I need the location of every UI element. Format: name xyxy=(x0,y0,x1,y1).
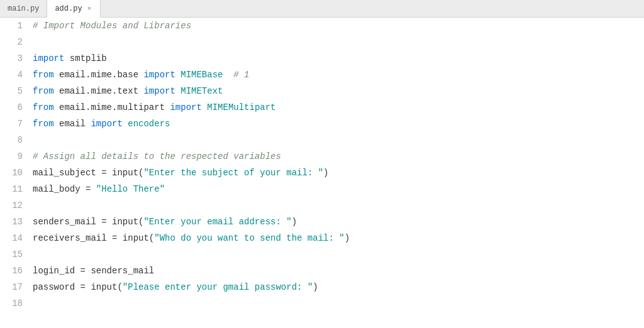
line-number: 15 xyxy=(5,246,23,263)
line-number: 12 xyxy=(5,197,23,214)
code-line: from email import encoders xyxy=(33,116,644,132)
code-line: from email.mime.base import MIMEBase # 1 xyxy=(33,67,644,83)
code-area[interactable]: 123456789101112131415161718 # Import Mod… xyxy=(0,18,644,328)
token-comment: # Assign all details to the respected va… xyxy=(33,151,281,161)
editor-window: main.pyadd.py× 1234567891011121314151617… xyxy=(0,0,644,328)
token-plain: receivers_mail = input( xyxy=(33,233,154,243)
code-line: password = input("Please enter your gmai… xyxy=(33,279,644,295)
token-plain: password = input( xyxy=(33,282,123,292)
token-plain: mail_body = xyxy=(33,184,96,194)
code-line: login_id = senders_mail xyxy=(33,263,644,279)
token-kw-blue: import xyxy=(143,86,175,96)
code-line xyxy=(33,132,644,148)
token-plain: email.mime.text xyxy=(54,86,144,96)
code-line xyxy=(33,246,644,263)
code-line: from email.mime.text import MIMEText xyxy=(33,83,644,99)
token-kw-teal: MIMEMultipart xyxy=(207,102,275,112)
token-plain xyxy=(175,70,180,80)
line-number: 18 xyxy=(5,295,23,312)
token-kw-teal: "Enter your email address: " xyxy=(143,217,291,227)
token-kw-teal: encoders xyxy=(128,119,170,129)
token-kw-blue: import xyxy=(33,53,64,63)
code-content[interactable]: # Import Modules and Libraries import sm… xyxy=(30,18,644,328)
token-kw-teal: "Please enter your gmail password: " xyxy=(123,282,313,292)
code-line xyxy=(33,295,644,312)
token-kw-blue: import xyxy=(91,119,122,129)
line-number: 16 xyxy=(5,263,23,279)
token-kw-teal: "Who do you want to send the mail: " xyxy=(154,233,344,243)
line-number: 3 xyxy=(5,50,23,67)
token-kw-blue: from xyxy=(33,86,54,96)
token-kw-blue: from xyxy=(33,119,54,129)
token-plain xyxy=(123,119,128,129)
line-number: 1 xyxy=(5,18,23,34)
line-number: 14 xyxy=(5,230,23,246)
code-line xyxy=(33,34,644,50)
line-number: 7 xyxy=(5,116,23,132)
line-number: 11 xyxy=(5,181,23,197)
code-line: # Assign all details to the respected va… xyxy=(33,148,644,165)
token-kw-blue: from xyxy=(33,102,54,112)
line-number: 17 xyxy=(5,279,23,295)
code-line: # Import Modules and Libraries xyxy=(33,18,644,34)
line-number: 9 xyxy=(5,148,23,165)
tab-main-py[interactable]: main.py xyxy=(0,0,47,17)
code-line: receivers_mail = input("Who do you want … xyxy=(33,230,644,246)
code-line: mail_subject = input("Enter the subject … xyxy=(33,165,644,181)
token-plain: login_id = senders_mail xyxy=(33,266,154,276)
token-kw-teal: MIMEBase xyxy=(180,70,223,80)
tab-bar: main.pyadd.py× xyxy=(0,0,644,18)
line-number: 13 xyxy=(5,214,23,230)
line-number: 4 xyxy=(5,67,23,83)
code-line: from email.mime.multipart import MIMEMul… xyxy=(33,99,644,116)
token-kw-teal: MIMEText xyxy=(180,86,223,96)
token-plain: email.mime.base xyxy=(54,70,144,80)
code-line: senders_mail = input("Enter your email a… xyxy=(33,214,644,230)
token-kw-blue: import xyxy=(170,102,201,112)
token-plain xyxy=(175,86,180,96)
line-number: 2 xyxy=(5,34,23,50)
tab-close-button[interactable]: × xyxy=(86,4,93,13)
tab-label: main.py xyxy=(8,4,39,13)
token-plain: ) xyxy=(323,168,328,178)
token-plain: mail_subject = input( xyxy=(33,168,143,178)
tab-add-py[interactable]: add.py× xyxy=(47,0,101,18)
line-number: 5 xyxy=(5,83,23,99)
line-number: 6 xyxy=(5,99,23,116)
line-number: 8 xyxy=(5,132,23,148)
line-numbers: 123456789101112131415161718 xyxy=(0,18,30,328)
token-plain: ) xyxy=(345,233,350,243)
code-line xyxy=(33,197,644,214)
token-kw-teal: "Hello There" xyxy=(96,184,165,194)
token-kw-teal: "Enter the subject of your mail: " xyxy=(143,168,323,178)
tab-label: add.py xyxy=(55,4,82,13)
token-plain: ) xyxy=(313,282,318,292)
token-kw-blue: import xyxy=(143,70,175,80)
token-kw-blue: from xyxy=(33,70,54,80)
token-plain: email.mime.multipart xyxy=(54,102,170,112)
line-number: 10 xyxy=(5,165,23,181)
token-comment: # Import Modules and Libraries xyxy=(33,21,191,31)
code-line: import smtplib xyxy=(33,50,644,67)
token-hash-comment: # 1 xyxy=(233,70,249,80)
token-plain: smtplib xyxy=(64,53,106,63)
token-plain xyxy=(223,70,233,80)
token-plain: senders_mail = input( xyxy=(33,217,143,227)
code-line: mail_body = "Hello There" xyxy=(33,181,644,197)
token-plain: email xyxy=(54,119,91,129)
token-plain: ) xyxy=(292,217,297,227)
